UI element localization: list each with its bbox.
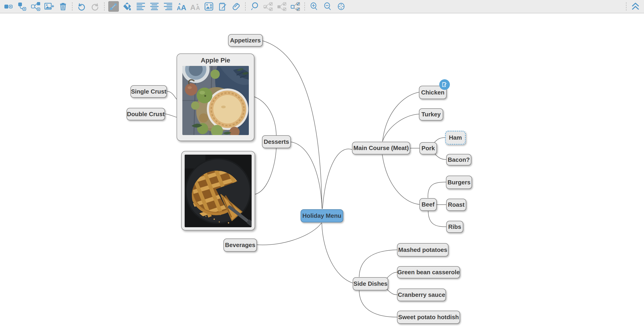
edge-maincourse-chicken <box>382 92 419 142</box>
connector-tool-button[interactable] <box>108 1 119 12</box>
align-left-icon <box>136 1 146 11</box>
redo-button[interactable] <box>90 1 100 12</box>
note-badge[interactable] <box>439 79 450 90</box>
undo-icon <box>77 1 86 11</box>
node-side-dishes[interactable]: Side Dishes <box>353 277 388 290</box>
edge-desserts-card1 <box>254 97 276 135</box>
node-desserts[interactable]: Desserts <box>262 135 291 148</box>
card-title: Apple Pie <box>177 54 254 66</box>
edge-pork-ham <box>434 138 445 143</box>
paint-bucket-icon <box>122 1 132 11</box>
connector-arrow-icon <box>109 1 118 11</box>
increase-font-size-button[interactable]: A A <box>176 1 187 12</box>
node-label: Bacon? <box>448 156 470 164</box>
node-sweet-potato-hotdish[interactable]: Sweet potato hotdish <box>397 311 460 324</box>
increase-font-size-icon: A A <box>176 1 187 11</box>
mindmap-connectors <box>0 0 644 336</box>
decrease-font-size-button[interactable]: A A <box>190 1 200 12</box>
edge-maincourse-beef <box>382 155 420 204</box>
edge-sidedishes-mashed <box>359 250 397 277</box>
node-appetizers[interactable]: Appetizers <box>228 34 263 46</box>
resize-image-button[interactable] <box>204 1 214 12</box>
node-apple-pie-card[interactable]: Apple Pie <box>176 53 254 141</box>
node-turkey[interactable]: Turkey <box>419 108 443 121</box>
add-multiple-nodes-icon <box>31 1 41 11</box>
add-image-button[interactable] <box>44 1 55 12</box>
add-child-node-button[interactable] <box>17 1 28 12</box>
edge-desserts-card2 <box>255 148 276 194</box>
apple-pie-photo <box>182 66 249 135</box>
node-label: Burgers <box>448 179 471 186</box>
node-single-crust[interactable]: Single Crust <box>130 85 167 98</box>
node-mashed-potatoes[interactable]: Mashed potatoes <box>397 243 448 257</box>
svg-text:A: A <box>181 3 186 11</box>
check-branch-gray-filled-icon <box>277 1 287 11</box>
node-label: Ribs <box>448 223 461 230</box>
node-holiday-menu[interactable]: Holiday Menu <box>300 209 343 222</box>
node-pork[interactable]: Pork <box>420 142 437 155</box>
collapse-toolbar-button[interactable] <box>630 1 641 12</box>
check-branch-b-button[interactable] <box>276 1 287 12</box>
svg-text:A: A <box>190 3 196 11</box>
edit-note-button[interactable] <box>217 1 228 12</box>
edge-card1-doublecrust <box>165 114 177 117</box>
node-green-bean-casserole[interactable]: Green bean casserole <box>397 266 460 278</box>
edge-beef-burgers <box>428 182 446 198</box>
delete-node-button[interactable] <box>58 1 68 12</box>
align-center-icon <box>149 1 160 11</box>
edge-sidedishes-greenbean <box>387 272 397 278</box>
edge-pork-bacon <box>435 154 446 160</box>
zoom-in-icon <box>309 1 319 11</box>
zoom-out-button[interactable] <box>322 1 333 12</box>
node-burgers[interactable]: Burgers <box>446 175 472 189</box>
node-label: Mashed potatoes <box>398 246 447 254</box>
chevrons-up-icon <box>630 1 640 11</box>
node-ribs[interactable]: Ribs <box>446 221 463 233</box>
align-right-icon <box>163 1 173 11</box>
edge-sidedishes-cranberry <box>387 289 397 295</box>
toolbar-separator <box>245 2 246 10</box>
node-lattice-pie-card[interactable] <box>181 151 255 230</box>
check-subtree-button[interactable] <box>290 1 301 12</box>
search-icon <box>250 1 260 11</box>
attach-link-button[interactable] <box>231 1 242 12</box>
fill-color-button[interactable] <box>122 1 132 12</box>
node-beverages[interactable]: Beverages <box>224 238 257 252</box>
add-child-node-icon <box>17 1 27 11</box>
note-icon <box>218 1 227 11</box>
node-label: Beverages <box>225 241 256 249</box>
node-double-crust[interactable]: Double Crust <box>126 108 165 120</box>
svg-text:A: A <box>177 5 181 11</box>
edge-card1-singlecrust <box>167 91 177 100</box>
align-center-button[interactable] <box>149 1 160 12</box>
edge-root-desserts <box>291 142 322 209</box>
align-left-button[interactable] <box>136 1 146 12</box>
node-beef[interactable]: Beef <box>420 198 437 211</box>
check-branch-a-button[interactable] <box>263 1 274 12</box>
redo-icon <box>90 1 100 11</box>
zoom-in-button[interactable] <box>308 1 319 12</box>
node-cranberry-sauce[interactable]: Cranberry sauce <box>397 289 446 301</box>
node-chicken[interactable]: Chicken <box>419 86 447 99</box>
node-ham[interactable]: Ham <box>445 131 466 145</box>
node-label: Ham <box>449 134 462 141</box>
node-main-course-meat[interactable]: Main Course (Meat) <box>352 142 410 155</box>
trash-icon <box>58 1 68 11</box>
node-label: Roast <box>448 201 464 208</box>
edge-root-appetizers <box>263 41 322 209</box>
node-label: Sweet potato hotdish <box>398 314 459 321</box>
zoom-reset-button[interactable] <box>336 1 346 12</box>
node-label: Desserts <box>264 138 289 146</box>
node-roast[interactable]: Roast <box>446 199 466 211</box>
add-multiple-nodes-button[interactable] <box>30 1 41 12</box>
edge-root-sidedishes <box>322 223 353 283</box>
add-sibling-node-button[interactable] <box>3 1 14 12</box>
toolbar-separator <box>72 2 72 10</box>
lattice-pie-photo <box>185 155 252 227</box>
node-bacon[interactable]: Bacon? <box>446 154 471 166</box>
search-button[interactable] <box>249 1 260 12</box>
undo-button[interactable] <box>76 1 87 12</box>
align-right-button[interactable] <box>163 1 173 12</box>
svg-text:A: A <box>196 5 200 11</box>
node-label: Cranberry sauce <box>398 291 445 299</box>
